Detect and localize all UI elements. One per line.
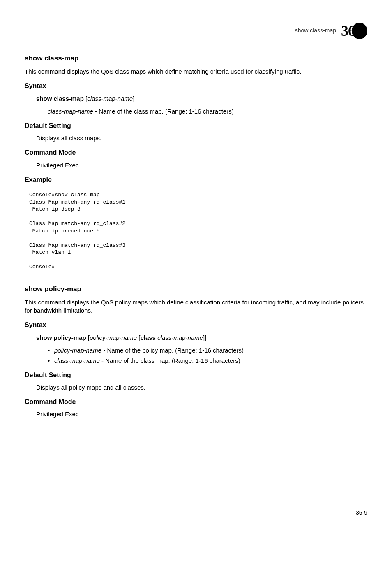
section2-syntax-title: Syntax	[25, 320, 367, 330]
section1-description: This command displays the QoS class maps…	[25, 67, 367, 76]
section2-syntax-command: show policy-map [policy-map-name [class …	[36, 333, 367, 342]
section1-code-block: Console#show class-map Class Map match-a…	[25, 188, 367, 274]
section1-mode-title: Command Mode	[25, 148, 367, 157]
syntax-bold2: class	[140, 334, 156, 341]
section1-syntax-title: Syntax	[25, 81, 367, 91]
syntax-italic: class-map-name	[87, 95, 133, 102]
section2-title: show policy-map	[25, 284, 367, 294]
chapter-number: 36	[341, 21, 355, 41]
chapter-badge: 36	[341, 21, 367, 41]
section1-param: class-map-name - Name of the class map. …	[48, 107, 367, 116]
header-title: show class-map	[295, 27, 336, 35]
list-item: class-map-name - Name of the class map. …	[48, 356, 367, 365]
section2-default-text: Displays all policy maps and all classes…	[36, 383, 367, 392]
syntax-italic1: policy-map-name	[90, 334, 137, 341]
section2-description: This command displays the QoS policy map…	[25, 298, 367, 315]
page-number: 36-9	[25, 509, 367, 517]
section1-default-title: Default Setting	[25, 121, 367, 130]
bullet2-rest: - Name of the class map. (Range: 1-16 ch…	[100, 357, 240, 364]
section1-syntax-command: show class-map [class-map-name]	[36, 94, 367, 103]
page-header: show class-map 36	[25, 21, 367, 41]
bullet1-italic: policy-map-name -	[54, 347, 107, 354]
section2-bullets: policy-map-name - Name of the policy map…	[48, 346, 367, 365]
section2-default-title: Default Setting	[25, 371, 367, 380]
syntax-italic2: class-map-name	[157, 334, 203, 341]
section1-example-title: Example	[25, 175, 367, 184]
syntax-bold: show class-map	[36, 95, 84, 102]
section2-mode-text: Privileged Exec	[36, 410, 367, 418]
param-rest: - Name of the class map. (Range: 1-16 ch…	[93, 108, 234, 115]
section1-mode-text: Privileged Exec	[36, 161, 367, 169]
bullet1-rest: Name of the policy map. (Range: 1-16 cha…	[107, 347, 244, 354]
section2-mode-title: Command Mode	[25, 397, 367, 406]
syntax-bold1: show policy-map	[36, 334, 86, 341]
section1-default-text: Displays all class maps.	[36, 134, 367, 142]
bullet2-italic: class-map-name	[54, 357, 100, 364]
section1-title: show class-map	[25, 53, 367, 63]
param-italic: class-map-name	[48, 108, 93, 115]
list-item: policy-map-name - Name of the policy map…	[48, 346, 367, 355]
